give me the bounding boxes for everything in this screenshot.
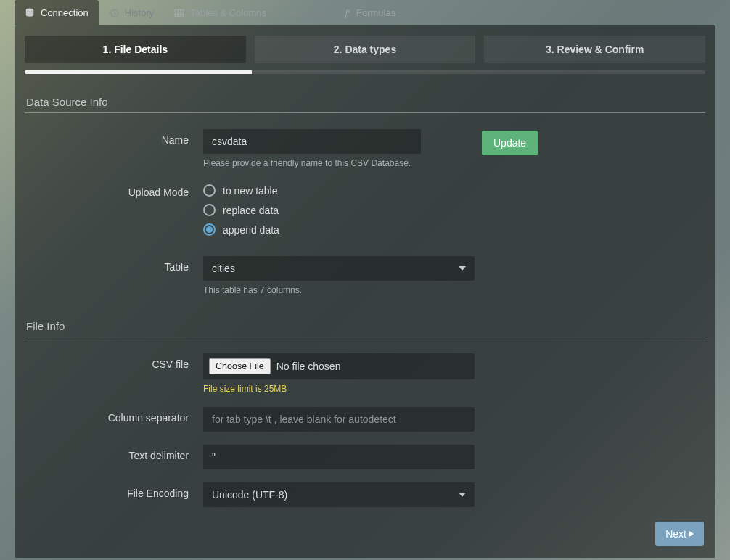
name-input[interactable] <box>203 129 421 154</box>
step-review[interactable]: 3. Review & Confirm <box>484 36 705 63</box>
file-input[interactable]: Choose File No file chosen <box>203 353 475 379</box>
history-icon <box>109 8 119 18</box>
table-icon <box>174 8 184 18</box>
section-data-source: Data Source Info <box>25 96 705 113</box>
file-info-form: CSV file Choose File No file chosen File… <box>25 353 705 507</box>
tab-label: Joins <box>303 7 324 18</box>
col-sep-label: Column separator <box>29 407 203 424</box>
tab-label: Connection <box>41 7 89 18</box>
tab-label: History <box>125 7 154 18</box>
file-size-help: File size limit is 25MB <box>203 384 475 394</box>
main-panel: 1. File Details 2. Data types 3. Review … <box>15 25 715 558</box>
encoding-select[interactable]: Unicode (UTF-8) <box>203 482 475 507</box>
radio-label: append data <box>223 224 279 236</box>
radio-label: replace data <box>223 205 279 216</box>
table-select[interactable]: cities <box>203 256 475 281</box>
radio-replace-data[interactable]: replace data <box>203 204 475 216</box>
tab-joins[interactable]: Joins <box>276 0 335 25</box>
top-nav: Connection History Tables & Columns Join… <box>0 0 730 25</box>
radio-icon <box>203 204 216 216</box>
radio-icon <box>203 184 216 197</box>
section-file-info: File Info <box>25 320 705 337</box>
tab-label: Tables & Columns <box>190 7 266 18</box>
tab-label: Formulas <box>356 7 395 18</box>
tab-connection[interactable]: Connection <box>15 0 99 25</box>
radio-append-data[interactable]: append data <box>203 223 475 236</box>
encoding-label: File Encoding <box>29 482 203 499</box>
tab-tables-columns[interactable]: Tables & Columns <box>164 0 276 25</box>
fx-icon: fx <box>345 8 350 17</box>
data-source-form: Name Please provide a friendly name to t… <box>25 129 705 295</box>
upload-mode-label: Upload Mode <box>29 181 203 198</box>
radio-label: to new table <box>223 185 278 197</box>
name-label: Name <box>29 129 203 146</box>
svg-point-0 <box>26 8 34 11</box>
name-help: Please provide a friendly name to this C… <box>203 158 475 168</box>
radio-to-new-table[interactable]: to new table <box>203 184 475 197</box>
csv-file-label: CSV file <box>29 353 203 370</box>
table-label: Table <box>29 256 203 273</box>
progress-bar <box>25 70 705 74</box>
progress-fill <box>25 70 252 74</box>
radio-icon <box>203 223 216 236</box>
step-data-types[interactable]: 2. Data types <box>255 36 476 63</box>
column-separator-input[interactable] <box>203 407 475 432</box>
link-icon <box>287 8 297 18</box>
choose-file-button[interactable]: Choose File <box>209 358 271 374</box>
next-button[interactable]: Next <box>655 522 704 546</box>
next-label: Next <box>665 528 686 540</box>
tab-formulas[interactable]: fx Formulas <box>335 0 406 25</box>
text-delimiter-input[interactable] <box>203 445 475 469</box>
upload-mode-group: to new table replace data append data <box>203 181 475 236</box>
database-icon <box>25 8 35 18</box>
svg-rect-2 <box>176 9 184 17</box>
text-delim-label: Text delimiter <box>29 445 203 461</box>
file-status-text: No file chosen <box>276 361 341 372</box>
wizard-steps: 1. File Details 2. Data types 3. Review … <box>25 36 705 63</box>
update-button[interactable]: Update <box>482 131 538 155</box>
table-help: This table has 7 columns. <box>203 285 475 295</box>
step-file-details[interactable]: 1. File Details <box>25 36 246 63</box>
tab-history[interactable]: History <box>99 0 164 25</box>
caret-right-icon <box>689 531 694 537</box>
